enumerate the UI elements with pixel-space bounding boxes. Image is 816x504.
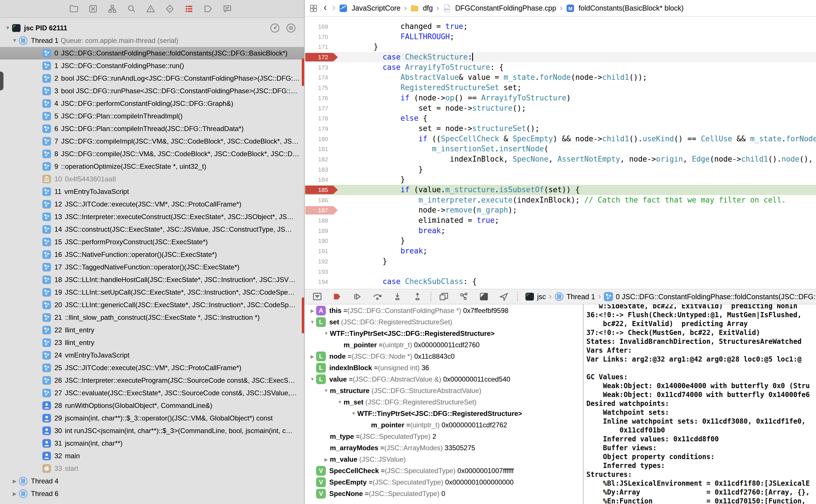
- line-number[interactable]: 192: [305, 256, 333, 267]
- stack-frame-row[interactable]: 7JSC::DFG::compileImpl(JSC::VM&, JSC::Co…: [0, 135, 304, 148]
- symbol-navigator-icon[interactable]: [106, 3, 118, 15]
- code-line[interactable]: 174 AbstractValue& value = m_state.forNo…: [305, 72, 816, 83]
- stack-frame-row[interactable]: 4JSC::DFG::performConstantFolding(JSC::D…: [0, 97, 304, 110]
- line-number[interactable]: 182: [305, 154, 333, 164]
- stack-frame-row[interactable]: 20JSC::LLInt::genericCall(JSC::ExecState…: [0, 299, 304, 311]
- code-line[interactable]: 178 else {: [305, 113, 816, 124]
- stack-frame-row[interactable]: 6JSC::DFG::Plan::compileInThread(JSC::DF…: [0, 122, 304, 135]
- line-number[interactable]: 194: [305, 277, 333, 287]
- step-out-icon[interactable]: [412, 291, 423, 302]
- breadcrumb-item[interactable]: DFGConstantFoldingPhase.cpp: [455, 4, 556, 12]
- source-control-navigator-icon[interactable]: [87, 3, 99, 15]
- disclosure-down-icon[interactable]: ▼: [309, 320, 316, 325]
- stack-frame-row[interactable]: 14JSC::construct(JSC::ExecState*, JSC::J…: [0, 223, 304, 236]
- code-line[interactable]: 191 break;: [305, 246, 816, 256]
- code-line[interactable]: 172 case CheckStructure:: [305, 52, 816, 62]
- line-number[interactable]: 171: [305, 42, 333, 52]
- code-line[interactable]: 186 m_interpreter.execute(indexInBlock);…: [305, 195, 816, 205]
- breakpoint-badge[interactable]: 172: [305, 52, 333, 62]
- cpu-gauge-icon[interactable]: [270, 23, 280, 33]
- disclosure-down-icon[interactable]: ▼: [322, 331, 330, 336]
- stack-frame-row[interactable]: 26JSC::Interpreter::executeProgram(JSC::…: [0, 374, 304, 387]
- line-number[interactable]: 190: [305, 236, 333, 246]
- variable-row[interactable]: m_pointer = (uintptr_t) 0x000000011cdf27…: [305, 339, 583, 351]
- line-number[interactable]: 176: [305, 93, 333, 103]
- stack-frame-row[interactable]: 1JSC::DFG::ConstantFoldingPhase::run(): [0, 59, 304, 72]
- find-navigator-icon[interactable]: [126, 3, 137, 15]
- variable-row[interactable]: VSpecNone = (JSC::SpeculatedType) 0: [305, 488, 583, 499]
- variable-row[interactable]: ▶m_value (JSC::JSValue): [305, 454, 583, 465]
- line-number[interactable]: 191: [305, 246, 333, 256]
- stack-frame-row[interactable]: 23llint_entry: [0, 336, 304, 349]
- stack-frame-row[interactable]: 30int runJSC<jscmain(int, char**)::$_3>(…: [0, 424, 304, 437]
- stack-frame-row[interactable]: 32main: [0, 450, 304, 462]
- code-line[interactable]: 180 if ((SpecCellCheck & SpecEmpty) && n…: [305, 134, 816, 144]
- continue-icon[interactable]: [352, 291, 363, 302]
- console-output[interactable]: w:SideState, bc#22, ExitValid) predictin…: [583, 304, 816, 504]
- disclosure-down-icon[interactable]: ▼: [336, 400, 344, 405]
- stack-frame-row[interactable]: 15JSC::performProxyConstruct(JSC::ExecSt…: [0, 236, 304, 248]
- thread-row[interactable]: ▼ Thread 1 Queue: com.apple.main-thread …: [0, 34, 304, 47]
- debug-crumb-thread[interactable]: Thread 1: [566, 293, 595, 301]
- variable-row[interactable]: ▶Lnode = (JSC::DFG::Node *) 0x11c8843c0: [305, 351, 583, 362]
- disclosure-down-icon[interactable]: ▼: [350, 411, 357, 416]
- line-number[interactable]: 178: [305, 113, 333, 124]
- line-number[interactable]: 169: [305, 21, 333, 32]
- line-number[interactable]: 186: [305, 195, 333, 205]
- disclosure-right-icon[interactable]: ▶: [11, 478, 18, 484]
- stack-frame-row[interactable]: 33start: [0, 462, 304, 475]
- disclosure-down-icon[interactable]: ▼: [11, 38, 18, 43]
- stack-frame-row[interactable]: 13JSC::Interpreter::executeConstruct(JSC…: [0, 211, 304, 223]
- line-number[interactable]: 173: [305, 62, 333, 73]
- variable-row[interactable]: VSpecCellCheck = (JSC::SpeculatedType) 0…: [305, 465, 583, 477]
- line-number[interactable]: 177: [305, 103, 333, 114]
- stack-frame-row[interactable]: 19JSC::LLInt::setUpCall(JSC::ExecState*,…: [0, 286, 304, 299]
- issue-navigator-icon[interactable]: [145, 3, 156, 15]
- code-line[interactable]: 187 node->remove(m_graph);: [305, 205, 816, 215]
- stack-frame-row[interactable]: 100x4f5443601aa8: [0, 173, 304, 185]
- code-line[interactable]: 182 indexInBlock, SpecNone, AssertNotEmp…: [305, 154, 816, 164]
- variable-row[interactable]: ▶Athis = (JSC::DFG::ConstantFoldingPhase…: [305, 305, 583, 316]
- line-number[interactable]: 175: [305, 83, 333, 93]
- project-navigator-icon[interactable]: [68, 3, 80, 15]
- breakpoint-badge[interactable]: 185: [305, 185, 333, 195]
- stack-frame-row[interactable]: 31jscmain(int, char**): [0, 437, 304, 450]
- disclosure-right-icon[interactable]: ▶: [322, 457, 330, 462]
- line-number[interactable]: 174: [305, 72, 333, 83]
- variables-view[interactable]: ▶Athis = (JSC::DFG::ConstantFoldingPhase…: [305, 304, 583, 504]
- breadcrumb-item[interactable]: dfg: [423, 4, 433, 12]
- forward-button[interactable]: ›: [332, 1, 336, 13]
- stack-frame-row[interactable]: 5JSC::DFG::Plan::compileInThreadImpl(): [0, 110, 304, 122]
- breakpoints-toggle-icon[interactable]: [332, 291, 342, 302]
- variable-row[interactable]: ▼Lset (JSC::DFG::RegisteredStructureSet): [305, 316, 583, 328]
- variable-row[interactable]: ▼WTF::TinyPtrSet<JSC::DFG::RegisteredStr…: [305, 328, 583, 339]
- related-items-icon[interactable]: [309, 4, 318, 13]
- line-number[interactable]: 193: [305, 267, 333, 277]
- test-navigator-icon[interactable]: [164, 3, 175, 15]
- stack-frame-row[interactable]: 3bool JSC::DFG::runPhase<JSC::DFG::Const…: [0, 85, 304, 97]
- code-line[interactable]: 177 set = node->structure();: [305, 103, 816, 114]
- disclosure-right-icon[interactable]: ▶: [309, 354, 316, 359]
- code-line[interactable]: 183 }: [305, 164, 816, 175]
- code-line[interactable]: 175 RegisteredStructureSet set;: [305, 83, 816, 93]
- thread-row-collapsed[interactable]: ▶Thread 4: [0, 475, 304, 487]
- debug-navigator-icon[interactable]: [183, 3, 195, 15]
- variable-row[interactable]: ▼WTF::TinyPtrSet<JSC::DFG::RegisteredStr…: [305, 408, 583, 419]
- simulate-location-icon[interactable]: [499, 291, 509, 302]
- disclosure-right-icon[interactable]: ▶: [11, 491, 18, 497]
- variable-row[interactable]: m_pointer = (uintptr_t) 0x000000011cdf27…: [305, 419, 583, 431]
- stack-frame-row[interactable]: 0JSC::DFG::ConstantFoldingPhase::foldCon…: [0, 47, 304, 59]
- disclosure-down-icon[interactable]: ▼: [4, 25, 11, 31]
- disclosure-right-icon[interactable]: ▶: [309, 308, 316, 313]
- line-number[interactable]: 181: [305, 144, 333, 154]
- code-line[interactable]: 189 break;: [305, 226, 816, 236]
- disclosure-down-icon[interactable]: ▼: [309, 377, 316, 382]
- stack-frame-row[interactable]: 25JSC::JITCode::execute(JSC::VM*, JSC::P…: [0, 362, 304, 374]
- code-line[interactable]: 190 }: [305, 236, 816, 246]
- code-line[interactable]: 179 set = node->structureSet();: [305, 124, 816, 134]
- process-row[interactable]: ▼ jsc PID 62111: [0, 22, 304, 34]
- breadcrumb-item[interactable]: foldConstants(BasicBlock* block): [579, 4, 684, 12]
- debug-crumb-frame[interactable]: 0 JSC::DFG::ConstantFoldingPhase::foldCo…: [616, 293, 816, 301]
- variable-row[interactable]: ▼m_structure (JSC::DFG::StructureAbstrac…: [305, 385, 583, 396]
- line-number[interactable]: 188: [305, 215, 333, 226]
